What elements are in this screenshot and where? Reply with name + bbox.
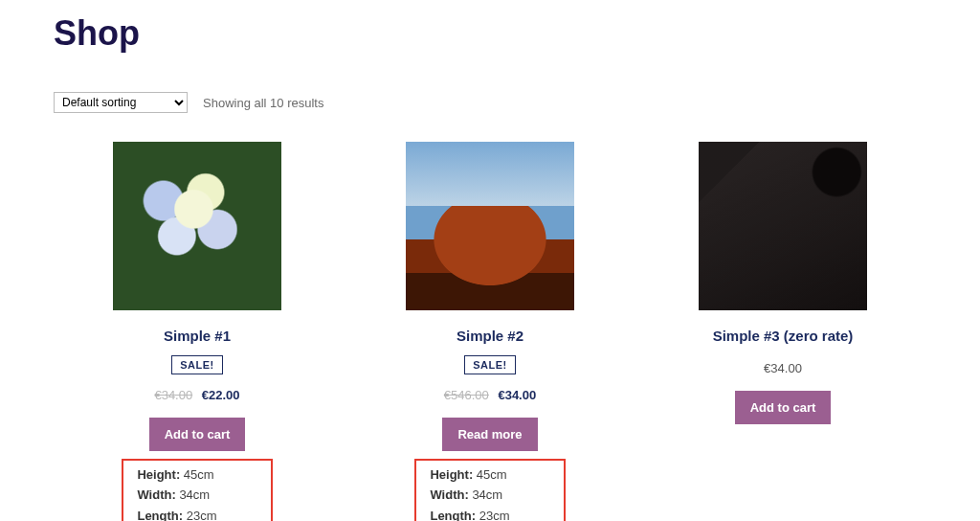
dimensions-box: Height: 45cm Width: 34cm Length: 23cm — [122, 459, 272, 521]
dim-label: Height: — [430, 467, 473, 482]
dim-value: 45cm — [477, 467, 507, 482]
product-link[interactable] — [406, 142, 574, 310]
product-link[interactable] — [113, 142, 281, 310]
sale-badge: SALE! — [171, 355, 223, 374]
dim-value: 23cm — [479, 509, 510, 521]
sort-select[interactable]: Default sorting — [54, 92, 188, 113]
product-title[interactable]: Simple #1 — [164, 328, 231, 344]
product-price: €34.00 €22.00 — [154, 388, 239, 402]
product-image — [113, 142, 281, 310]
price-old: €34.00 — [154, 388, 192, 402]
dim-label: Width: — [137, 487, 175, 502]
dim-label: Length: — [430, 509, 476, 521]
product-card: Simple #1 SALE! €34.00 €22.00 Add to car… — [54, 142, 341, 521]
product-image — [406, 142, 574, 310]
dim-value: 34cm — [179, 487, 210, 502]
dim-label: Width: — [430, 487, 468, 502]
price-old: €546.00 — [444, 388, 489, 402]
product-link[interactable] — [699, 142, 867, 310]
dimensions-box: Height: 45cm Width: 34cm Length: 23cm — [414, 459, 565, 521]
product-card: Simple #3 (zero rate) €34.00 Add to cart — [639, 142, 926, 521]
product-title[interactable]: Simple #2 — [457, 328, 523, 344]
dim-label: Length: — [137, 509, 183, 521]
dim-value: 23cm — [187, 509, 217, 521]
read-more-button[interactable]: Read more — [442, 418, 537, 451]
dim-value: 45cm — [184, 467, 214, 482]
price-current: €22.00 — [202, 388, 240, 402]
product-image — [699, 142, 867, 310]
page-title: Shop — [54, 13, 926, 54]
product-card: Simple #2 SALE! €546.00 €34.00 Read more… — [346, 142, 634, 521]
dim-label: Height: — [137, 467, 180, 482]
product-price: €546.00 €34.00 — [444, 388, 536, 402]
add-to-cart-button[interactable]: Add to cart — [149, 418, 246, 451]
price-current: €34.00 — [498, 388, 536, 402]
sale-badge: SALE! — [464, 355, 516, 374]
shop-toolbar: Default sorting Showing all 10 results — [54, 92, 926, 113]
result-count: Showing all 10 results — [203, 96, 323, 110]
dim-value: 34cm — [472, 487, 502, 502]
product-grid: Simple #1 SALE! €34.00 €22.00 Add to car… — [54, 142, 926, 521]
